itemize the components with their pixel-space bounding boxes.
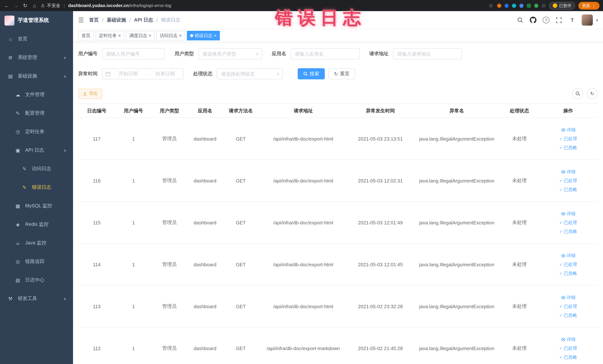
tab-close-icon[interactable]: × bbox=[214, 33, 217, 38]
search-button[interactable]: 搜索 bbox=[298, 68, 325, 79]
hamburger-icon[interactable]: ☰ bbox=[78, 16, 84, 24]
browser-update-button[interactable]: 更新 ⋮ bbox=[578, 2, 600, 10]
trace-icon: ◎ bbox=[15, 259, 21, 264]
font-size-icon[interactable]: T bbox=[569, 17, 575, 23]
file-icon: ☁ bbox=[15, 92, 21, 97]
sidebar-item-accesslog[interactable]: ✎访问日志 bbox=[0, 159, 73, 178]
processed-label: 已处理 bbox=[564, 345, 577, 351]
browser-reload-icon[interactable]: ↻ bbox=[22, 3, 28, 9]
warning-icon: ⚠ bbox=[41, 3, 45, 8]
column-header: 异常发生时间 bbox=[348, 104, 413, 118]
user-id-input[interactable] bbox=[102, 48, 165, 59]
sidebar-item-file[interactable]: ☁文件管理 bbox=[0, 85, 73, 104]
sidebar-item-job[interactable]: ◷定时任务 bbox=[0, 122, 73, 141]
sidebar-item-devtools[interactable]: ⚒研发工具∨ bbox=[0, 289, 73, 308]
cell-method: GET bbox=[223, 118, 259, 160]
tab-首页[interactable]: 首页 bbox=[78, 31, 94, 40]
tab-错误日志[interactable]: 错误日志× bbox=[187, 31, 220, 40]
browser-home-icon[interactable]: ⌂ bbox=[32, 3, 37, 9]
export-button[interactable]: 导出 bbox=[78, 88, 102, 99]
extension-icon[interactable] bbox=[519, 3, 523, 8]
mark-ignored-link[interactable]: ✓已忽略 bbox=[559, 144, 577, 151]
mark-ignored-link[interactable]: ✓已忽略 bbox=[559, 270, 577, 276]
sidebar-item-home[interactable]: ⌂首页 bbox=[0, 30, 73, 48]
sidebar-item-mysql[interactable]: ▦MySQL 监控 bbox=[0, 197, 73, 215]
access-log-icon: ✎ bbox=[22, 166, 27, 172]
sidebar-item-config[interactable]: ✎配置管理 bbox=[0, 104, 73, 122]
check-icon: ✓ bbox=[559, 187, 563, 192]
tab-close-icon[interactable]: × bbox=[118, 33, 121, 38]
tab-访问日志[interactable]: 访问日志× bbox=[156, 31, 185, 40]
tab-label: 首页 bbox=[81, 33, 91, 39]
app-logo[interactable]: 芋道管理系统 bbox=[0, 11, 73, 30]
address-bar[interactable]: dashboard.yudao.iocoder.cn/infra/log/api… bbox=[68, 3, 171, 8]
sidebar-item-system[interactable]: ⚙系统管理∨ bbox=[0, 48, 73, 67]
security-indicator[interactable]: ⚠ 不安全 bbox=[41, 2, 60, 9]
mark-processed-link[interactable]: ✓已处理 bbox=[559, 136, 577, 142]
tab-定时任务[interactable]: 定时任务× bbox=[96, 31, 124, 40]
paused-badge[interactable]: 已暂停 bbox=[549, 2, 575, 10]
fullscreen-icon[interactable] bbox=[556, 17, 562, 23]
mark-ignored-link[interactable]: ✓已忽略 bbox=[559, 186, 577, 193]
cell-exception: java.lang.IllegalArgumentException bbox=[413, 118, 500, 160]
user-type-select[interactable] bbox=[198, 48, 262, 59]
avatar[interactable] bbox=[582, 14, 593, 26]
security-label: 不安全 bbox=[47, 2, 60, 9]
sidebar-item-apilog[interactable]: ▣API 日志∧ bbox=[0, 141, 73, 159]
cell-status: 未处理 bbox=[500, 244, 538, 285]
sidebar-item-errorlog[interactable]: ✎错误日志 bbox=[0, 178, 73, 197]
mark-ignored-link[interactable]: ✓已忽略 bbox=[559, 228, 577, 235]
detail-link[interactable]: 详细 bbox=[561, 127, 576, 133]
search-toggle-button[interactable] bbox=[572, 88, 583, 99]
sidebar-item-infra[interactable]: ▤基础设施∧ bbox=[0, 67, 73, 85]
date-range-picker[interactable]: 开始日期 - 结束日期 bbox=[102, 68, 184, 79]
mark-processed-link[interactable]: ✓已处理 bbox=[559, 177, 577, 184]
tab-close-icon[interactable]: × bbox=[149, 33, 151, 38]
check-icon: ✓ bbox=[559, 178, 563, 183]
sidebar-item-trace[interactable]: ◎链路追踪 bbox=[0, 252, 73, 271]
cell-actions: 详细✓已处理✓已忽略 bbox=[538, 118, 598, 160]
reset-button[interactable]: ↻ 重置 bbox=[328, 68, 355, 79]
browser-forward-icon[interactable]: → bbox=[13, 3, 19, 9]
chevron-down-icon[interactable]: ▾ bbox=[596, 18, 598, 22]
extension-icon[interactable] bbox=[542, 3, 546, 8]
extension-icon[interactable] bbox=[512, 3, 516, 8]
breadcrumb-item[interactable]: 基础设施 bbox=[107, 17, 126, 23]
mark-ignored-link[interactable]: ✓已忽略 bbox=[559, 312, 577, 318]
cell-user_id: 1 bbox=[115, 160, 152, 201]
bookmark-star-icon[interactable]: ☆ bbox=[488, 3, 494, 9]
detail-label: 详细 bbox=[567, 211, 576, 217]
breadcrumb-item[interactable]: API 日志 bbox=[134, 17, 153, 23]
mark-processed-link[interactable]: ✓已处理 bbox=[559, 219, 577, 226]
sidebar-item-java[interactable]: ☕Java 监控 bbox=[0, 234, 73, 252]
search-icon[interactable] bbox=[517, 17, 523, 23]
detail-link[interactable]: 详细 bbox=[561, 169, 576, 175]
breadcrumb-item[interactable]: 首页 bbox=[89, 17, 99, 23]
extension-icon[interactable] bbox=[505, 3, 509, 8]
sidebar-item-logcenter[interactable]: ▤日志中心 bbox=[0, 271, 73, 289]
api-log-icon: ▣ bbox=[15, 147, 21, 153]
extension-icon[interactable] bbox=[527, 3, 531, 8]
mark-ignored-link[interactable]: ✓已忽略 bbox=[559, 354, 577, 360]
mark-processed-link[interactable]: ✓已处理 bbox=[559, 261, 577, 268]
log-center-icon: ▤ bbox=[15, 277, 21, 283]
mark-processed-link[interactable]: ✓已处理 bbox=[559, 303, 577, 309]
tab-close-icon[interactable]: × bbox=[179, 33, 182, 38]
detail-link[interactable]: 详细 bbox=[561, 211, 576, 217]
detail-link[interactable]: 详细 bbox=[561, 336, 576, 342]
detail-link[interactable]: 详细 bbox=[561, 252, 576, 259]
detail-link[interactable]: 详细 bbox=[561, 294, 576, 301]
extension-icon[interactable] bbox=[534, 3, 538, 8]
app-name-input[interactable] bbox=[291, 48, 359, 59]
tab-调度日志[interactable]: 调度日志× bbox=[126, 31, 155, 40]
request-url-input[interactable] bbox=[393, 48, 462, 59]
github-icon[interactable] bbox=[530, 17, 536, 23]
process-status-select[interactable] bbox=[217, 68, 283, 79]
sidebar-item-redis[interactable]: ◈Redis 监控 bbox=[0, 215, 73, 234]
mark-processed-link[interactable]: ✓已处理 bbox=[559, 345, 577, 351]
extension-icon[interactable] bbox=[497, 3, 501, 8]
help-icon[interactable]: ? bbox=[543, 17, 549, 23]
browser-back-icon[interactable]: ← bbox=[4, 3, 10, 9]
refresh-button[interactable]: ↻ bbox=[587, 88, 598, 99]
cell-user_type: 管理员 bbox=[152, 244, 187, 285]
